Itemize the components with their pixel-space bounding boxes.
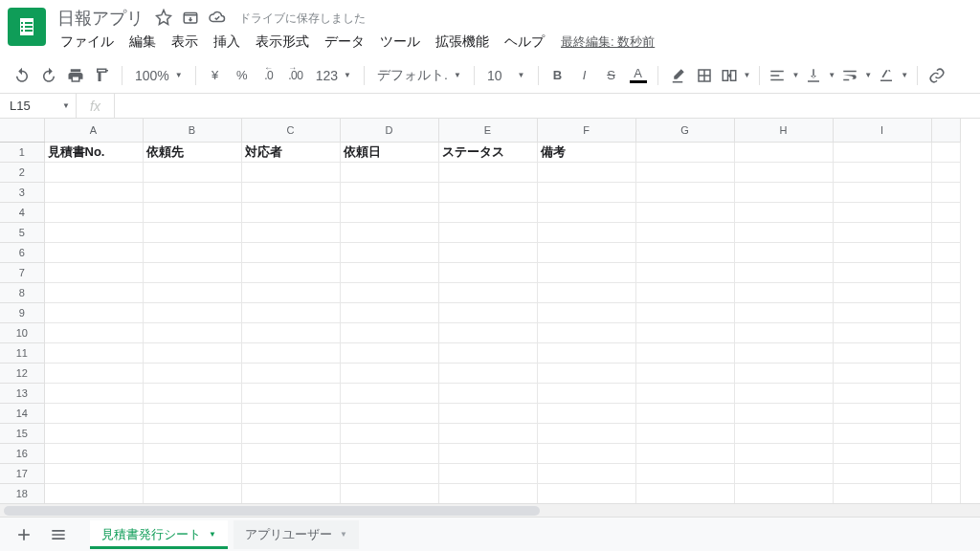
cell[interactable]	[931, 383, 960, 403]
menu-help[interactable]: ヘルプ	[498, 32, 551, 53]
cell[interactable]	[734, 342, 833, 363]
cell[interactable]	[44, 202, 143, 222]
cell[interactable]	[438, 242, 537, 262]
cell[interactable]	[537, 403, 635, 423]
name-box[interactable]: L15 ▼	[0, 94, 77, 118]
row-header[interactable]: 16	[0, 443, 44, 463]
row-header[interactable]: 17	[0, 463, 44, 483]
cell[interactable]	[241, 423, 340, 443]
cell[interactable]	[537, 423, 635, 443]
cell[interactable]	[833, 423, 931, 443]
rotate-dropdown[interactable]: ▼	[876, 63, 910, 88]
cell[interactable]	[635, 282, 734, 302]
cell[interactable]	[143, 222, 241, 242]
last-edit-link[interactable]: 最終編集: 数秒前	[561, 33, 655, 51]
cell[interactable]	[44, 403, 143, 423]
cell[interactable]	[143, 443, 241, 463]
cell[interactable]	[635, 142, 734, 162]
cell[interactable]	[340, 182, 438, 202]
cell[interactable]	[143, 383, 241, 403]
formula-input[interactable]	[115, 94, 980, 118]
cell[interactable]	[635, 363, 734, 383]
redo-button[interactable]	[36, 63, 61, 88]
star-icon[interactable]	[155, 9, 172, 29]
cell[interactable]	[635, 262, 734, 282]
cell[interactable]	[734, 302, 833, 322]
cell[interactable]	[438, 182, 537, 202]
cell[interactable]	[44, 182, 143, 202]
cell[interactable]	[537, 463, 635, 483]
column-header[interactable]	[931, 119, 960, 142]
menu-addons[interactable]: 拡張機能	[429, 32, 496, 53]
cell[interactable]	[931, 202, 960, 222]
cell[interactable]	[537, 282, 635, 302]
cell[interactable]	[537, 302, 635, 322]
cell[interactable]	[931, 282, 960, 302]
cell[interactable]	[833, 363, 931, 383]
font-dropdown[interactable]: デフォルト...▼	[371, 63, 467, 88]
cell[interactable]	[833, 142, 931, 162]
cell[interactable]	[833, 383, 931, 403]
menu-tools[interactable]: ツール	[373, 32, 427, 53]
cell[interactable]	[340, 222, 438, 242]
column-header[interactable]: D	[340, 119, 438, 142]
cell[interactable]	[143, 202, 241, 222]
undo-button[interactable]	[10, 63, 34, 88]
cell[interactable]	[340, 282, 438, 302]
cell[interactable]	[44, 162, 143, 182]
cell[interactable]	[241, 483, 340, 503]
row-header[interactable]: 5	[0, 222, 44, 242]
cell[interactable]	[241, 403, 340, 423]
bold-button[interactable]: B	[546, 63, 570, 88]
cell[interactable]	[340, 463, 438, 483]
cell[interactable]	[635, 383, 734, 403]
cell[interactable]	[241, 342, 340, 363]
menu-view[interactable]: 表示	[165, 32, 205, 53]
row-header[interactable]: 14	[0, 403, 44, 423]
cell[interactable]	[241, 162, 340, 182]
cell[interactable]	[241, 302, 340, 322]
halign-dropdown[interactable]: ▼	[767, 63, 801, 88]
italic-button[interactable]: I	[572, 63, 597, 88]
cloud-saved-icon[interactable]	[209, 9, 226, 29]
cell[interactable]	[143, 363, 241, 383]
cell[interactable]	[340, 363, 438, 383]
cell[interactable]	[734, 282, 833, 302]
cell[interactable]	[537, 342, 635, 363]
cell[interactable]	[734, 322, 833, 342]
cell[interactable]	[833, 162, 931, 182]
cell[interactable]	[340, 242, 438, 262]
cell[interactable]	[635, 322, 734, 342]
sheet-tab-other[interactable]: アプリユーザー ▼	[234, 520, 359, 549]
cell[interactable]	[734, 162, 833, 182]
cell[interactable]	[438, 383, 537, 403]
cell[interactable]	[340, 302, 438, 322]
cell[interactable]	[635, 342, 734, 363]
cell[interactable]	[635, 242, 734, 262]
cell[interactable]	[438, 282, 537, 302]
column-header[interactable]: A	[44, 119, 143, 142]
menu-edit[interactable]: 編集	[122, 32, 163, 53]
row-header[interactable]: 15	[0, 423, 44, 443]
percent-button[interactable]: %	[230, 63, 255, 88]
cell[interactable]	[833, 182, 931, 202]
print-button[interactable]	[63, 63, 88, 88]
cell[interactable]	[438, 342, 537, 363]
cell[interactable]	[143, 162, 241, 182]
cell[interactable]: 依頼日	[340, 142, 438, 162]
cell[interactable]	[931, 443, 960, 463]
cell[interactable]	[241, 463, 340, 483]
column-header[interactable]: E	[438, 119, 537, 142]
cell[interactable]	[833, 242, 931, 262]
cell[interactable]	[734, 443, 833, 463]
cell[interactable]	[833, 222, 931, 242]
cell[interactable]	[340, 202, 438, 222]
cell[interactable]	[143, 322, 241, 342]
cell[interactable]	[833, 443, 931, 463]
valign-dropdown[interactable]: ▼	[803, 63, 837, 88]
cell[interactable]	[833, 202, 931, 222]
row-header[interactable]: 13	[0, 383, 44, 403]
cell[interactable]	[833, 483, 931, 503]
cell[interactable]	[635, 222, 734, 242]
cell[interactable]	[44, 302, 143, 322]
